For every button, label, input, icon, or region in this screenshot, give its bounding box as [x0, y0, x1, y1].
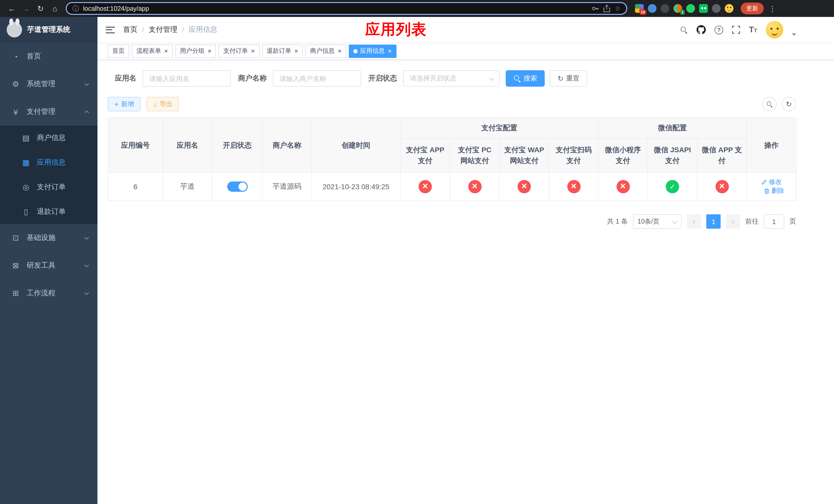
export-button[interactable]: ↓导出: [147, 97, 179, 111]
refresh-icon: ↻: [786, 100, 792, 108]
sidebar-item-pay-order[interactable]: ◎ 支付订单: [0, 175, 97, 200]
avatar[interactable]: [766, 21, 783, 39]
logo[interactable]: 芋道管理系统: [0, 17, 97, 43]
pagination: 共 1 条 10条/页 ‹ 1 › 前往 页: [108, 214, 796, 229]
chevron-down-icon[interactable]: [792, 33, 796, 36]
chevron-down-icon: [85, 263, 89, 267]
browser-update-button[interactable]: 更新: [741, 3, 764, 14]
next-page-button[interactable]: ›: [726, 214, 740, 229]
prev-page-button[interactable]: ‹: [687, 214, 701, 229]
breadcrumb-current: 应用信息: [189, 25, 218, 35]
sidebar-item-payment[interactable]: ¥ 支付管理: [0, 98, 97, 125]
delete-button[interactable]: 删除: [764, 187, 784, 196]
browser-back-icon[interactable]: ←: [5, 2, 19, 15]
tab-refund-order[interactable]: 退款订单×: [262, 44, 303, 58]
page-title-annotation: 应用列表: [365, 20, 427, 40]
cell-wx-app: [697, 173, 747, 201]
sidebar-item-home[interactable]: ◔ 首页: [0, 43, 97, 70]
browser-menu-icon[interactable]: ⋮: [769, 4, 776, 13]
sidebar-item-infrastructure[interactable]: ⊡ 基础设施: [0, 224, 97, 252]
reset-button[interactable]: ↻重置: [550, 70, 587, 87]
address-bar[interactable]: ⓘ localhost:1024/pay/app ☆: [66, 2, 627, 15]
browser-home-icon[interactable]: ⌂: [48, 2, 62, 15]
cell-alipay-app: [400, 173, 450, 201]
extension-blue-icon[interactable]: [648, 4, 657, 13]
goto-label: 前往: [745, 217, 759, 226]
extension-translate-icon[interactable]: 1: [674, 4, 682, 13]
tab-user-group[interactable]: 用户分组×: [175, 44, 216, 58]
cell-app-name: 芋道: [163, 173, 212, 201]
search-icon: [513, 75, 521, 82]
status-toggle[interactable]: [227, 182, 247, 192]
extension-wechat-icon[interactable]: [699, 4, 708, 13]
toggle-search-button[interactable]: [762, 97, 776, 111]
app-table: 应用编号 应用名 开启状态 商户名称 创建时间 支付宝配置 微信配置 操作 支付…: [108, 117, 796, 201]
merchant-name-input[interactable]: [273, 70, 361, 87]
alipay-qr-status-icon: [567, 180, 580, 193]
add-button[interactable]: +新增: [108, 97, 140, 111]
grid-icon: ▦: [22, 158, 30, 167]
sidebar-item-dev-tools[interactable]: ⊠ 研发工具: [0, 252, 97, 279]
col-header-alipay-app: 支付宝 APP 支付: [400, 138, 450, 173]
close-icon[interactable]: ×: [207, 48, 211, 54]
col-header-alipay-qr: 支付宝扫码支付: [549, 138, 598, 173]
col-header-ops: 操作: [747, 118, 796, 173]
tab-home[interactable]: 首页: [108, 44, 129, 58]
extension-grid-icon[interactable]: 10: [635, 4, 644, 13]
bookmark-star-icon[interactable]: ☆: [615, 5, 621, 12]
hamburger-icon[interactable]: [106, 26, 115, 33]
sidebar-item-refund-order[interactable]: ▯ 退款订单: [0, 200, 97, 224]
browser-forward-icon[interactable]: →: [20, 2, 33, 15]
status-select[interactable]: 请选择开启状态: [403, 70, 500, 87]
goto-page-input[interactable]: [764, 214, 784, 229]
dashboard-icon: ◔: [11, 52, 20, 61]
screen: ← → ↻ ⌂ ⓘ localhost:1024/pay/app ☆ 10 1 …: [0, 0, 834, 504]
breadcrumb-home[interactable]: 首页: [123, 25, 137, 35]
close-icon[interactable]: ×: [164, 48, 168, 54]
tab-process-form[interactable]: 流程表单×: [132, 44, 173, 58]
sidebar-item-workflow[interactable]: ⊞ 工作流程: [0, 279, 97, 307]
page-size-select[interactable]: 10条/页: [633, 214, 682, 229]
breadcrumb-payment[interactable]: 支付管理: [149, 25, 177, 35]
search-button[interactable]: 搜索: [506, 70, 545, 87]
search-icon[interactable]: [680, 26, 688, 33]
url-text[interactable]: localhost:1024/pay/app: [83, 5, 588, 12]
extension-dark-icon[interactable]: [661, 4, 670, 13]
cell-ops: 修改 删除: [747, 173, 796, 201]
extension-badge: 1: [680, 9, 685, 15]
extension-green-circle-icon[interactable]: [686, 4, 695, 13]
help-icon[interactable]: ?: [715, 25, 723, 34]
browser-reload-icon[interactable]: ↻: [34, 2, 47, 15]
yen-icon: ¥: [11, 108, 20, 116]
tab-merchant-info[interactable]: 商户信息×: [305, 44, 346, 58]
search-form: 应用名 商户名称 开启状态 请选择开启状态 搜索 ↻重置: [108, 70, 796, 87]
close-icon[interactable]: ×: [338, 48, 342, 54]
sidebar-item-merchant-info[interactable]: ▤ 商户信息: [0, 125, 97, 150]
plus-icon: +: [114, 100, 118, 108]
edit-button[interactable]: 修改: [761, 178, 782, 186]
page-number-1[interactable]: 1: [706, 214, 721, 229]
alipay-app-status-icon: [419, 180, 432, 193]
fullscreen-icon[interactable]: [732, 26, 740, 34]
tab-app-info[interactable]: 应用信息×: [349, 44, 396, 58]
share-icon[interactable]: [603, 5, 611, 12]
chevron-down-icon: [489, 76, 494, 81]
close-icon[interactable]: ×: [294, 48, 298, 54]
close-icon[interactable]: ×: [251, 48, 255, 54]
tab-pay-order[interactable]: 支付订单×: [219, 44, 259, 58]
col-header-wx-app: 微信 APP 支付: [697, 138, 747, 173]
logo-avatar: [7, 22, 22, 38]
github-icon[interactable]: [697, 25, 706, 35]
close-icon[interactable]: ×: [388, 48, 392, 54]
site-info-icon[interactable]: ⓘ: [72, 4, 79, 13]
total-count: 共 1 条: [607, 217, 628, 226]
app-name-input[interactable]: [142, 70, 231, 87]
refresh-table-button[interactable]: ↻: [782, 97, 796, 111]
col-header-merchant: 商户名称: [262, 118, 312, 173]
sidebar-item-app-info[interactable]: ▦ 应用信息: [0, 150, 97, 175]
extension-pin-icon[interactable]: [712, 4, 721, 13]
extension-avatar-icon[interactable]: [725, 4, 733, 13]
font-size-icon[interactable]: TT: [749, 26, 757, 34]
sidebar-item-system[interactable]: ⚙ 系统管理: [0, 70, 97, 98]
password-key-icon[interactable]: [592, 5, 599, 12]
